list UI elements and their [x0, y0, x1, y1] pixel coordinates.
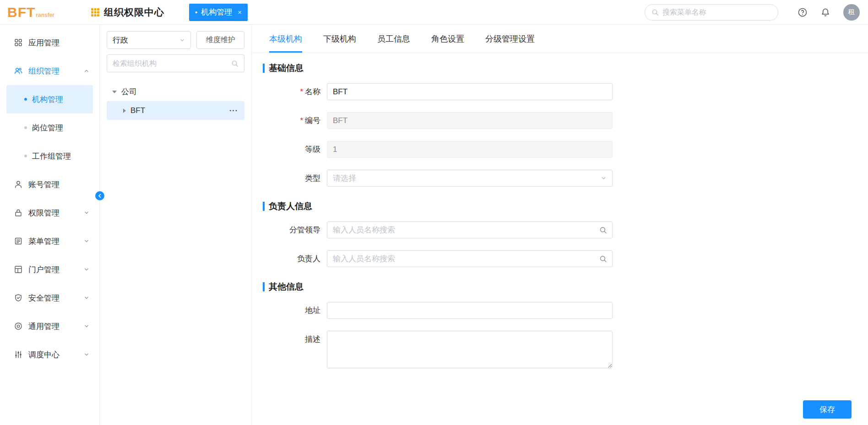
top-header: BFT ransfer 组织权限中心 • 机构管理 ×: [0, 0, 868, 25]
type-select[interactable]: 请选择: [327, 170, 613, 187]
sidebar-item-permission-mgmt[interactable]: 权限管理: [0, 199, 99, 227]
header-tab-institution[interactable]: • 机构管理 ×: [189, 4, 248, 21]
sidebar-item-app-mgmt[interactable]: 应用管理: [0, 28, 99, 57]
sidebar-item-security-mgmt[interactable]: 安全管理: [0, 284, 99, 312]
form-row-name: *名称: [263, 83, 868, 100]
save-button[interactable]: 保存: [803, 400, 852, 419]
section-basic-info: 基础信息: [263, 62, 868, 74]
chevron-down-icon: [84, 238, 89, 244]
description-label: 描述: [263, 331, 327, 348]
target-icon: [14, 322, 23, 331]
more-actions-icon[interactable]: ···: [229, 107, 244, 115]
sidebar-item-label: 权限管理: [28, 208, 84, 218]
org-search-input[interactable]: [113, 59, 231, 68]
sidebar-item-dispatch-center[interactable]: 调度中心: [0, 340, 99, 369]
sidebar-item-common-mgmt[interactable]: 通用管理: [0, 312, 99, 340]
tab-hierarchy-settings[interactable]: 分级管理设置: [485, 25, 535, 53]
search-icon: [231, 60, 239, 67]
sidebar-item-label: 组织管理: [28, 66, 84, 76]
logo: BFT ransfer: [7, 5, 76, 20]
dimension-select[interactable]: 行政: [107, 31, 191, 49]
sidebar-item-menu-mgmt[interactable]: 菜单管理: [0, 227, 99, 255]
description-textarea[interactable]: [327, 331, 613, 368]
sidebar: 应用管理 组织管理 机构管理: [0, 25, 100, 425]
sidebar-subitem-institution-mgmt[interactable]: 机构管理: [6, 85, 93, 113]
leader-input[interactable]: [327, 250, 613, 267]
menu-search-box[interactable]: [645, 4, 778, 21]
tree-node-label: 公司: [121, 86, 137, 97]
tab-active-dot: •: [195, 8, 197, 16]
caret-right-icon[interactable]: [123, 108, 126, 113]
sidebar-subitem-post-mgmt[interactable]: 岗位管理: [6, 113, 93, 142]
tab-role-settings[interactable]: 角色设置: [431, 25, 464, 53]
sidebar-item-label: 应用管理: [28, 38, 89, 48]
type-label: 类型: [263, 170, 327, 187]
shield-icon: [14, 293, 23, 302]
sidebar-subitem-label: 机构管理: [32, 94, 63, 105]
org-tree: 公司 BFT ···: [107, 82, 244, 120]
name-label: *名称: [263, 83, 327, 100]
org-submenu: 机构管理 岗位管理 工作组管理: [0, 85, 99, 170]
chevron-down-icon: [601, 175, 607, 181]
portal-icon: [14, 265, 23, 274]
tree-node-bft[interactable]: BFT ···: [107, 101, 244, 120]
form-row-supervisor: 分管领导: [263, 221, 868, 238]
sidebar-item-label: 菜单管理: [28, 236, 84, 247]
sidebar-subitem-workgroup-mgmt[interactable]: 工作组管理: [6, 142, 93, 170]
supervisor-input[interactable]: [327, 221, 613, 238]
lock-icon: [14, 208, 23, 217]
search-icon[interactable]: [599, 255, 607, 263]
sidebar-subitem-label: 岗位管理: [32, 123, 63, 133]
grid-icon: [14, 38, 23, 47]
chevron-down-icon: [84, 323, 89, 329]
dimension-maintain-button[interactable]: 维度维护: [196, 31, 244, 49]
bell-icon[interactable]: [820, 7, 830, 17]
menu-icon: [14, 237, 23, 246]
address-input[interactable]: [327, 302, 613, 319]
tab-current-institution[interactable]: 本级机构: [269, 25, 302, 53]
chevron-up-icon: [84, 68, 89, 74]
level-input: [327, 141, 613, 158]
chevron-down-icon: [84, 352, 89, 357]
avatar[interactable]: 租: [843, 4, 860, 21]
close-icon[interactable]: ×: [238, 8, 242, 16]
form-row-leader: 负责人: [263, 250, 868, 267]
sidebar-item-portal-mgmt[interactable]: 门户管理: [0, 255, 99, 284]
dimension-select-value: 行政: [113, 35, 128, 45]
institution-form: 基础信息 *名称 *编号: [252, 62, 868, 370]
detail-tabs: 本级机构 下级机构 员工信息 角色设置 分级管理设置: [252, 25, 868, 53]
chevron-down-icon: [84, 267, 89, 272]
sidebar-collapse-button[interactable]: [95, 191, 104, 200]
level-label: 等级: [263, 141, 327, 158]
name-input[interactable]: [327, 83, 613, 100]
sidebar-item-label: 通用管理: [28, 321, 84, 332]
search-icon: [651, 9, 659, 16]
sidebar-item-org-mgmt[interactable]: 组织管理: [0, 57, 99, 85]
caret-down-icon[interactable]: [112, 91, 117, 93]
org-search-box[interactable]: [107, 54, 244, 72]
logo-subtext: ransfer: [36, 12, 54, 18]
code-input: [327, 112, 613, 129]
tab-employee-info[interactable]: 员工信息: [377, 25, 410, 53]
form-row-type: 类型 请选择: [263, 170, 868, 187]
search-icon[interactable]: [599, 226, 607, 234]
leader-label: 负责人: [263, 250, 327, 267]
section-leader-info: 负责人信息: [263, 200, 868, 212]
sidebar-item-account-mgmt[interactable]: 账号管理: [0, 170, 99, 199]
code-label: *编号: [263, 112, 327, 129]
tab-sub-institutions[interactable]: 下级机构: [323, 25, 356, 53]
sidebar-item-label: 安全管理: [28, 293, 84, 303]
app-root: BFT ransfer 组织权限中心 • 机构管理 ×: [0, 0, 868, 425]
team-icon: [14, 66, 23, 75]
tree-node-company[interactable]: 公司: [107, 82, 244, 101]
help-icon[interactable]: [797, 7, 808, 17]
main-content: 本级机构 下级机构 员工信息 角色设置 分级管理设置 基础信息 *名称: [252, 25, 868, 425]
org-tree-panel: 行政 维度维护 公司: [100, 25, 252, 425]
section-other-info: 其他信息: [263, 281, 868, 293]
form-row-code: *编号: [263, 112, 868, 129]
sliders-icon: [14, 350, 23, 359]
user-icon: [14, 180, 23, 189]
app-title: 组织权限中心: [104, 6, 164, 19]
menu-search-input[interactable]: [662, 8, 771, 16]
page-body: 应用管理 组织管理 机构管理: [0, 25, 868, 425]
